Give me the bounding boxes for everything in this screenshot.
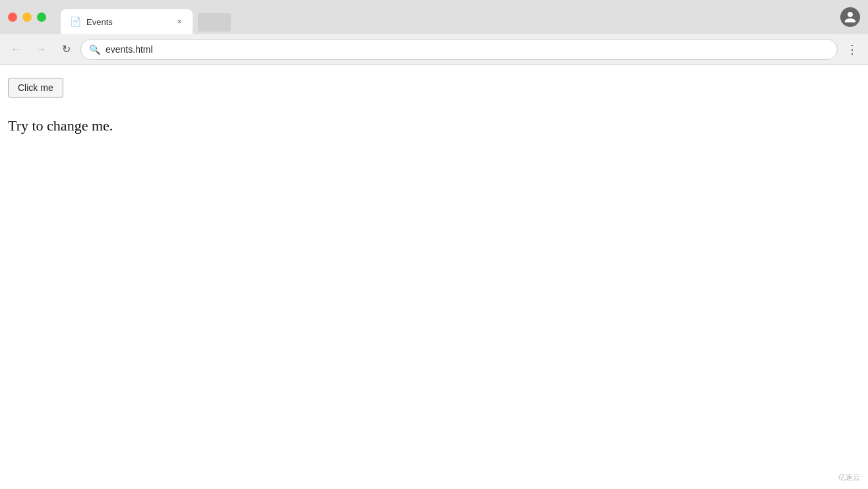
click-me-button[interactable]: Click me bbox=[8, 78, 63, 98]
profile-icon[interactable] bbox=[840, 7, 860, 27]
minimize-button[interactable] bbox=[22, 13, 32, 22]
browser-frame: 📄 Events × ← → ↻ 🔍 ⋮ bbox=[0, 0, 868, 489]
close-button[interactable] bbox=[8, 13, 17, 22]
tab-title: Events bbox=[86, 17, 169, 27]
nav-bar: ← → ↻ 🔍 ⋮ bbox=[0, 34, 868, 65]
body-text: Try to change me. bbox=[8, 117, 860, 134]
reload-icon: ↻ bbox=[62, 43, 71, 55]
menu-dots-icon: ⋮ bbox=[846, 42, 858, 57]
browser-menu-button[interactable]: ⋮ bbox=[842, 39, 863, 60]
user-avatar-icon bbox=[844, 11, 857, 24]
title-bar: 📄 Events × bbox=[0, 0, 868, 34]
reload-button[interactable]: ↻ bbox=[55, 39, 77, 60]
tab-close-button[interactable]: × bbox=[174, 16, 185, 27]
back-icon: ← bbox=[11, 43, 21, 55]
window-controls bbox=[8, 13, 46, 22]
forward-icon: → bbox=[36, 43, 46, 55]
tab-bar: 📄 Events × bbox=[61, 0, 231, 34]
address-bar[interactable]: 🔍 bbox=[80, 39, 838, 60]
tab-document-icon: 📄 bbox=[70, 16, 81, 27]
address-input[interactable] bbox=[106, 44, 829, 55]
maximize-button[interactable] bbox=[37, 13, 46, 22]
forward-button[interactable]: → bbox=[30, 39, 51, 60]
page-content: Click me Try to change me. bbox=[0, 65, 868, 489]
active-tab[interactable]: 📄 Events × bbox=[61, 9, 193, 34]
search-icon: 🔍 bbox=[89, 44, 100, 55]
new-tab-button[interactable] bbox=[198, 13, 231, 32]
back-button[interactable]: ← bbox=[5, 39, 26, 60]
watermark: 亿速云 bbox=[838, 473, 860, 482]
